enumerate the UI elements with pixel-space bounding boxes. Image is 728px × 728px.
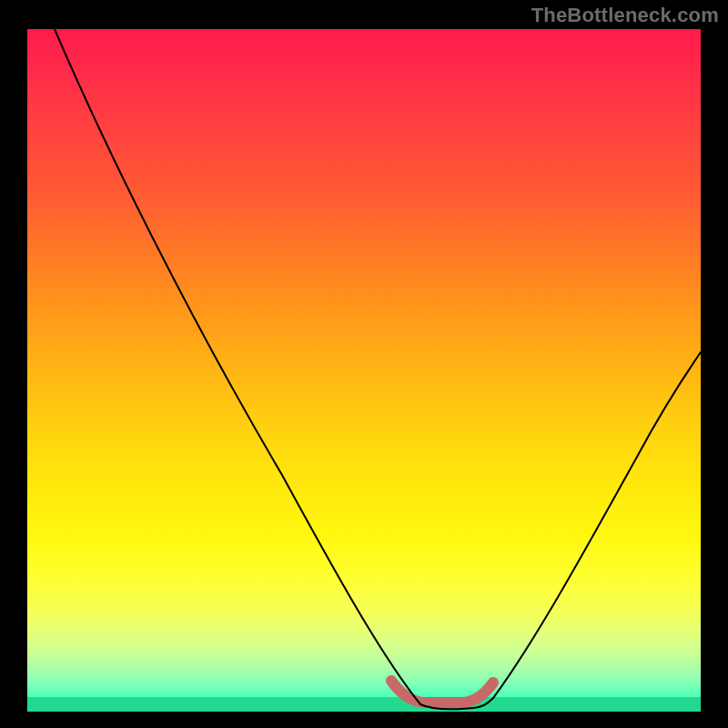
watermark-label: TheBottleneck.com	[531, 4, 719, 27]
chart-frame: TheBottleneck.com	[0, 0, 728, 728]
curve-svg	[27, 29, 701, 712]
optimal-range-highlight	[391, 681, 493, 703]
plot-area	[27, 29, 701, 712]
bottleneck-curve-left	[55, 29, 420, 704]
bottleneck-curve-right	[493, 352, 701, 698]
